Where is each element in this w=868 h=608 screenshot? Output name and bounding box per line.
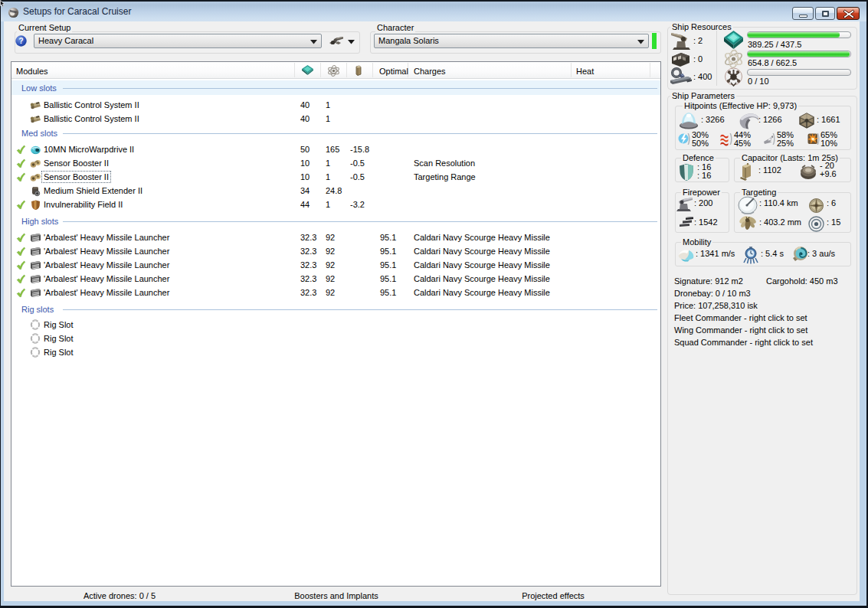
svg-text:?: ?	[18, 37, 23, 45]
